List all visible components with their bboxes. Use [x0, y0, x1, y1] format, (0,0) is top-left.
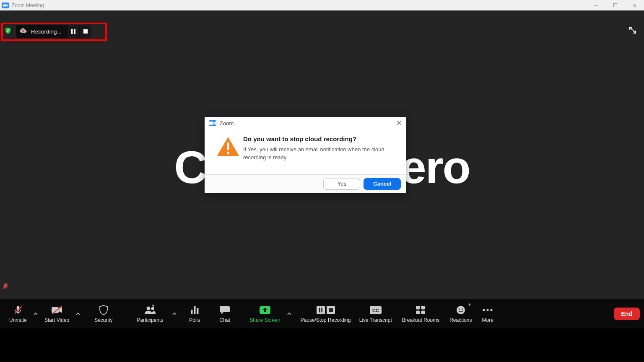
- recording-indicator: Recording...: [16, 25, 91, 38]
- cloud-recording-icon: [19, 28, 31, 35]
- window-title-bar: Zoom Meeting: [0, 0, 644, 10]
- window-close-button[interactable]: [625, 0, 644, 10]
- audio-options-caret[interactable]: [32, 301, 39, 326]
- svg-rect-2: [613, 4, 617, 7]
- encryption-shield-icon[interactable]: [4, 27, 12, 36]
- participants-count: 1: [152, 304, 155, 310]
- video-off-icon: [51, 305, 63, 315]
- svg-rect-11: [209, 122, 214, 125]
- self-muted-icon: [2, 282, 9, 292]
- share-options-caret[interactable]: [286, 301, 293, 326]
- pause-recording-button[interactable]: [68, 25, 79, 38]
- breakout-rooms-button[interactable]: Breakout Rooms: [397, 301, 444, 326]
- svg-point-20: [146, 307, 150, 310]
- stop-recording-dialog: Zoom Do you want to stop cloud recording…: [205, 117, 406, 193]
- dialog-body-text: If Yes, you will receive an email notifi…: [243, 146, 397, 162]
- svg-rect-33: [416, 306, 420, 310]
- reactions-button[interactable]: + Reactions: [444, 301, 477, 326]
- svg-point-41: [487, 309, 489, 311]
- security-button[interactable]: Security: [89, 301, 117, 326]
- dialog-cancel-button[interactable]: Cancel: [364, 178, 401, 190]
- closed-captions-icon: CC: [369, 305, 382, 315]
- end-meeting-button[interactable]: End: [614, 308, 640, 320]
- svg-point-40: [483, 309, 485, 311]
- status-row: Recording...: [4, 25, 91, 38]
- footer-blank: [0, 328, 644, 362]
- dialog-title: Zoom: [220, 120, 234, 127]
- svg-rect-23: [194, 306, 196, 314]
- svg-rect-34: [421, 306, 426, 310]
- more-button[interactable]: More: [477, 301, 499, 326]
- record-button[interactable]: Pause/Stop Recording: [297, 301, 354, 326]
- polls-button[interactable]: Polls: [184, 301, 205, 326]
- svg-rect-27: [319, 308, 320, 313]
- enter-fullscreen-button[interactable]: [629, 26, 636, 36]
- svg-rect-28: [321, 308, 322, 313]
- svg-rect-24: [197, 308, 199, 314]
- svg-rect-8: [83, 29, 88, 34]
- stop-recording-button[interactable]: [80, 25, 91, 38]
- more-icon: [482, 305, 493, 315]
- meeting-toolbar: Unmute Start Video Security 1 Participan…: [0, 299, 644, 328]
- svg-text:CC: CC: [372, 308, 379, 313]
- video-options-caret[interactable]: [74, 301, 82, 326]
- svg-point-42: [491, 309, 493, 311]
- svg-rect-36: [421, 311, 426, 315]
- live-transcript-button[interactable]: CC Live Transcript: [354, 301, 397, 326]
- plus-icon: +: [468, 302, 471, 307]
- svg-rect-0: [3, 4, 6, 6]
- shield-icon: [99, 305, 108, 315]
- svg-rect-26: [317, 306, 325, 314]
- share-screen-icon: [259, 305, 271, 315]
- unmute-button[interactable]: Unmute: [4, 301, 32, 326]
- svg-rect-14: [227, 142, 229, 150]
- svg-point-15: [227, 152, 229, 154]
- svg-rect-7: [74, 29, 75, 34]
- dialog-close-button[interactable]: [396, 119, 402, 128]
- zoom-app-icon: [2, 3, 9, 8]
- window-title: Zoom Meeting: [12, 3, 44, 8]
- recording-label: Recording...: [31, 28, 62, 35]
- svg-rect-6: [71, 29, 73, 34]
- zoom-app-icon: [209, 120, 216, 126]
- svg-rect-22: [191, 310, 193, 314]
- participants-options-caret[interactable]: [171, 301, 178, 326]
- pause-stop-icon: [317, 305, 335, 315]
- svg-point-39: [462, 309, 463, 310]
- participants-button[interactable]: 1 Participants: [130, 301, 171, 326]
- warning-icon: [213, 135, 243, 162]
- svg-point-5: [22, 30, 24, 32]
- chat-icon: [219, 305, 230, 315]
- dialog-heading: Do you want to stop cloud recording?: [243, 135, 397, 142]
- microphone-muted-icon: [13, 305, 23, 315]
- reactions-icon: [456, 305, 466, 315]
- breakout-rooms-icon: [415, 305, 426, 315]
- dialog-header: Zoom: [205, 117, 406, 129]
- window-maximize-button[interactable]: [605, 0, 625, 10]
- svg-rect-35: [416, 311, 420, 315]
- chat-button[interactable]: Chat: [214, 301, 235, 326]
- polls-icon: [190, 305, 199, 315]
- dialog-yes-button[interactable]: Yes: [323, 178, 360, 190]
- svg-point-37: [457, 306, 465, 314]
- window-minimize-button[interactable]: [586, 0, 605, 10]
- svg-rect-30: [329, 308, 333, 312]
- start-video-button[interactable]: Start Video: [39, 301, 74, 326]
- svg-point-38: [459, 309, 460, 310]
- share-screen-button[interactable]: Share Screen: [244, 301, 285, 326]
